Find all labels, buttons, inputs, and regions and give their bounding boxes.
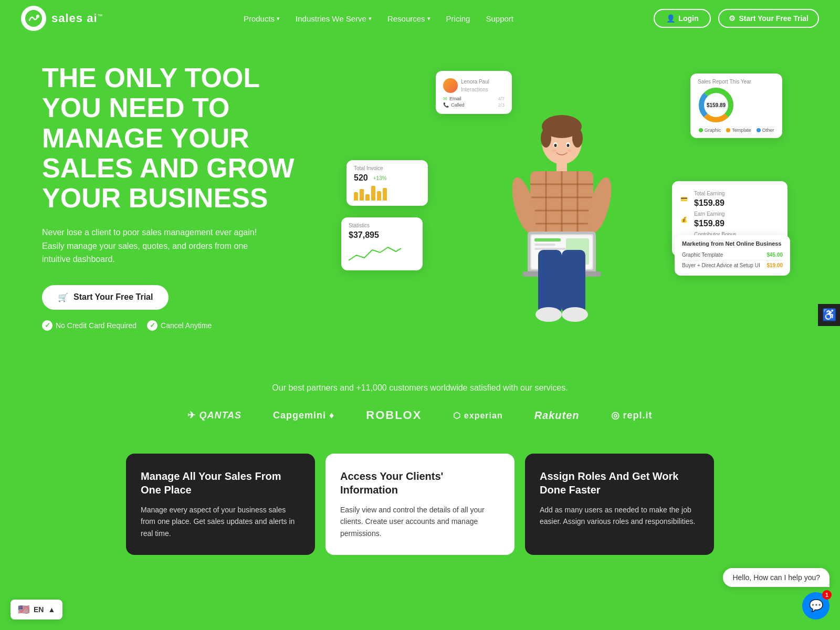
person-svg [488, 100, 635, 326]
feature-card-1: Manage All Your Sales From One Place Man… [126, 454, 315, 555]
login-button[interactable]: 👤 Login [654, 9, 711, 28]
dashboard-card-donut: Sales Report This Year $159.89 Graphic T… [690, 74, 782, 138]
nav-products-link[interactable]: Products ▾ [244, 14, 280, 23]
hero-content: THE ONLY TOOL YOU NEED TO MANAGE YOUR SA… [42, 63, 326, 331]
capgemini-icon: ♦ [329, 410, 334, 421]
partner-experian: ⬡ experian [453, 411, 502, 421]
nav-support[interactable]: Support [486, 14, 513, 23]
nav-actions: 👤 Login ⚙ Start Your Free Trial [654, 9, 819, 28]
nav-trial-button[interactable]: ⚙ Start Your Free Trial [718, 9, 819, 28]
cart-icon: 🛒 [58, 292, 68, 302]
products-chevron-icon: ▾ [277, 15, 280, 22]
accessibility-icon: ♿ [822, 308, 836, 322]
hero-trial-button[interactable]: 🛒 Start Your Free Trial [42, 285, 169, 310]
lang-code: EN [34, 605, 44, 614]
feature-1-title: Manage All Your Sales From One Place [141, 469, 300, 497]
legend-dot-orange [726, 128, 730, 132]
svg-point-9 [541, 129, 551, 148]
dashboard-card-stats: Statistics $37,895 [341, 217, 423, 270]
hero-badges: ✓ No Credit Card Required ✓ Cancel Anyti… [42, 320, 326, 331]
hero-subtitle: Never lose a client to poor sales manage… [42, 226, 273, 266]
feature-3-desc: Add as many users as needed to make the … [540, 504, 699, 528]
svg-point-16 [568, 150, 572, 152]
check-icon-2: ✓ [147, 320, 158, 331]
language-switcher[interactable]: 🇺🇸 EN ▲ [10, 600, 62, 620]
nav-products[interactable]: Products ▾ [244, 14, 280, 23]
nav-industries-link[interactable]: Industries We Serve ▾ [296, 14, 372, 23]
resources-chevron-icon: ▾ [427, 15, 430, 22]
messenger-icon: 💬 [809, 599, 823, 613]
contact-name: Lenora Paul [461, 79, 489, 85]
nav-pricing[interactable]: Pricing [446, 14, 470, 23]
features-section: Manage All Your Sales From One Place Man… [0, 443, 840, 586]
partner-replit: ◎ repl.it [611, 410, 653, 421]
partners-logos: ✈ QANTAS Capgemini♦ ROBLOX ⬡ experian Ra… [42, 408, 798, 422]
feature-card-2: Access Your Clients' Information Easily … [326, 454, 514, 555]
accessibility-button[interactable]: ♿ [818, 304, 840, 326]
mini-bar-chart [354, 185, 421, 201]
partner-rakuten: Rakuten [534, 410, 580, 422]
industries-chevron-icon: ▾ [369, 15, 372, 22]
feature-2-desc: Easily view and control the details of a… [340, 504, 500, 539]
svg-point-14 [567, 144, 570, 147]
chat-bubble: Hello, How can I help you? [723, 568, 830, 587]
qantas-icon: ✈ [187, 410, 196, 421]
stats-line-chart [349, 242, 401, 263]
chat-badge: 1 [822, 590, 832, 600]
chat-button[interactable]: 💬 1 [802, 592, 830, 620]
feature-2-title: Access Your Clients' Information [340, 469, 500, 497]
logo-icon [21, 6, 46, 31]
check-icon-1: ✓ [42, 320, 52, 331]
feature-3-title: Assign Roles And Get Work Done Faster [540, 469, 699, 497]
feature-card-3: Assign Roles And Get Work Done Faster Ad… [525, 454, 714, 555]
nav-links: Products ▾ Industries We Serve ▾ Resourc… [244, 14, 513, 23]
chat-widget: Hello, How can I help you? 💬 1 [723, 568, 830, 620]
svg-rect-17 [556, 162, 567, 172]
svg-rect-33 [534, 244, 555, 246]
partner-roblox: ROBLOX [366, 408, 422, 422]
svg-rect-34 [534, 248, 566, 250]
svg-point-15 [552, 150, 556, 152]
partner-qantas: ✈ QANTAS [187, 410, 242, 421]
legend-dot-blue [757, 128, 761, 132]
logo[interactable]: sales ai™ [21, 6, 103, 31]
hero-illustration: Lenora Paul Interactions ✉ Email 4/7 📞 C… [326, 66, 798, 328]
donut-chart: $159.89 [698, 87, 734, 123]
partner-capgemini: Capgemini♦ [273, 410, 334, 421]
navbar: sales ai™ Products ▾ Industries We Serve… [0, 0, 840, 37]
nav-industries[interactable]: Industries We Serve ▾ [296, 14, 372, 23]
lang-chevron-icon: ▲ [48, 605, 55, 614]
dashboard-card-marketing: Marketing from Net Online Business Graph… [675, 235, 790, 276]
svg-rect-32 [534, 238, 561, 242]
hero-person-illustration [488, 100, 635, 328]
svg-point-13 [554, 144, 557, 147]
nav-support-link[interactable]: Support [486, 14, 513, 23]
svg-text:$159.89: $159.89 [707, 102, 726, 108]
hero-badge-cancel: ✓ Cancel Anytime [147, 320, 212, 331]
partners-section: Our best partners and +11,000 customers … [0, 368, 840, 443]
hero-badge-no-card: ✓ No Credit Card Required [42, 320, 136, 331]
hero-section: THE ONLY TOOL YOU NEED TO MANAGE YOUR SA… [0, 37, 840, 368]
svg-point-40 [562, 307, 588, 322]
svg-point-39 [536, 307, 562, 322]
user-icon: 👤 [666, 14, 675, 23]
feature-1-desc: Manage every aspect of your business sal… [141, 504, 300, 539]
nav-resources-link[interactable]: Resources ▾ [387, 14, 430, 23]
svg-rect-37 [538, 250, 562, 313]
brand-name: sales ai™ [51, 12, 103, 25]
nav-resources[interactable]: Resources ▾ [387, 14, 430, 23]
dashboard-card-contact: Lenora Paul Interactions ✉ Email 4/7 📞 C… [436, 71, 512, 114]
svg-rect-38 [562, 250, 585, 313]
svg-point-1 [36, 15, 39, 18]
hero-title: THE ONLY TOOL YOU NEED TO MANAGE YOUR SA… [42, 63, 326, 213]
avatar [443, 78, 458, 93]
svg-point-10 [572, 129, 583, 148]
replit-icon: ◎ [611, 410, 620, 421]
legend-dot-green [699, 128, 703, 132]
dashboard-card-invoice: Total Invoice 520 +13% [346, 160, 428, 206]
trial-icon: ⚙ [729, 14, 736, 23]
partners-intro: Our best partners and +11,000 customers … [42, 383, 798, 393]
flag-icon: 🇺🇸 [18, 604, 29, 615]
nav-pricing-link[interactable]: Pricing [446, 14, 470, 23]
